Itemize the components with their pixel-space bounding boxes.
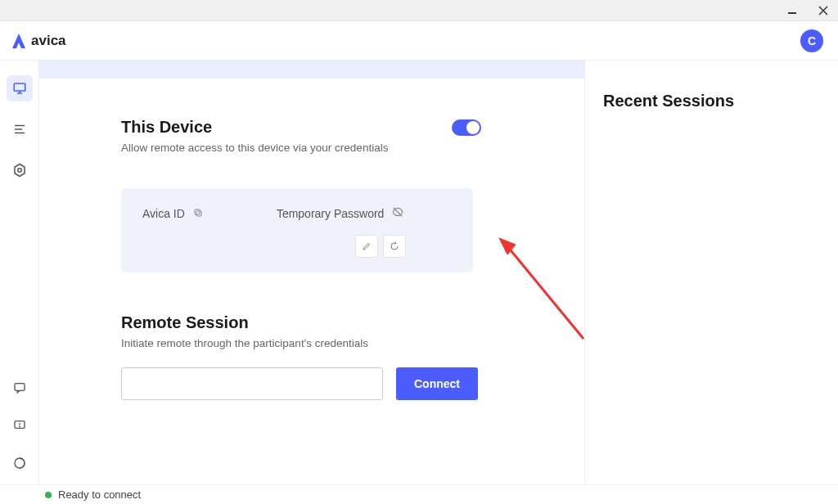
svg-rect-2 (14, 83, 25, 91)
remote-session-subtitle: Initiate remote through the participant'… (121, 337, 519, 349)
svg-marker-8 (15, 164, 25, 177)
nav-help[interactable] (7, 450, 33, 476)
minimize-button[interactable] (786, 4, 799, 17)
refresh-password-button[interactable] (383, 235, 406, 258)
this-device-subtitle: Allow remote access to this device via y… (121, 142, 452, 154)
status-bar: Ready to connect (0, 484, 838, 504)
status-indicator-icon (45, 492, 52, 498)
recent-sessions-panel: Recent Sessions (584, 61, 838, 484)
edit-password-button[interactable] (355, 235, 378, 258)
remote-session-title: Remote Session (121, 313, 519, 332)
temp-password-label: Temporary Password (277, 207, 385, 220)
sidebar (0, 61, 39, 484)
svg-point-9 (17, 169, 21, 173)
top-banner (39, 61, 584, 79)
logo-icon (11, 33, 26, 49)
nav-monitor[interactable] (7, 75, 33, 101)
svg-rect-15 (196, 211, 201, 216)
nav-feedback[interactable] (7, 412, 33, 439)
this-device-title: This Device (121, 118, 452, 137)
app-header: avica C (0, 21, 838, 61)
content-area: This Device Allow remote access to this … (39, 61, 838, 484)
nav-settings[interactable] (7, 157, 33, 183)
close-button[interactable] (817, 4, 830, 17)
brand-name: avica (31, 33, 66, 49)
avatar-initial: C (808, 34, 816, 47)
remote-access-toggle[interactable] (452, 119, 481, 136)
svg-point-13 (19, 426, 20, 427)
svg-rect-10 (15, 384, 25, 391)
nav-list[interactable] (7, 116, 33, 142)
brand: avica (11, 33, 66, 49)
avica-id-field: Avica ID (142, 207, 203, 220)
temp-password-field: Temporary Password (277, 206, 404, 220)
avica-id-label: Avica ID (142, 207, 185, 220)
nav-chat[interactable] (7, 375, 33, 401)
device-info-card: Avica ID Temporary Password (121, 188, 473, 272)
window-titlebar (0, 0, 838, 21)
app-body: This Device Allow remote access to this … (0, 61, 838, 484)
user-avatar[interactable]: C (800, 29, 823, 52)
remote-id-input[interactable] (121, 367, 383, 400)
connect-button[interactable]: Connect (396, 367, 478, 400)
toggle-knob (466, 121, 480, 134)
copy-icon[interactable] (193, 207, 203, 220)
eye-off-icon[interactable] (392, 206, 403, 220)
svg-rect-16 (195, 209, 200, 214)
status-text: Ready to connect (58, 488, 141, 501)
main-panel: This Device Allow remote access to this … (39, 61, 584, 484)
recent-sessions-title: Recent Sessions (603, 92, 838, 110)
